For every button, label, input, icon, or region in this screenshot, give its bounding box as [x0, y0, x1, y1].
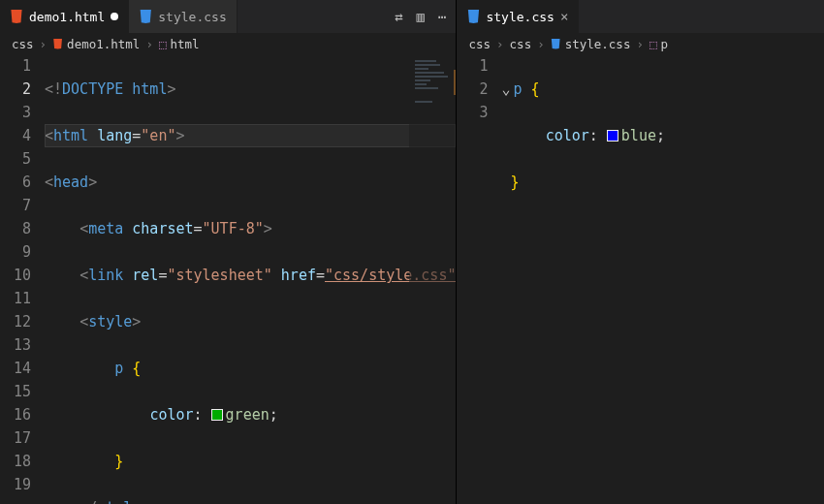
breadcrumb-item: ⬚p: [650, 37, 668, 51]
breadcrumb-item: css: [468, 37, 491, 51]
editor-toolbar: ⇄ ▥ ⋯: [395, 9, 456, 24]
breadcrumb-right[interactable]: css › css › style.css › ⬚p: [457, 33, 824, 54]
chevron-right-icon: ›: [636, 37, 644, 51]
tab-style-css[interactable]: style.css: [129, 0, 237, 33]
close-icon[interactable]: ×: [560, 9, 568, 24]
tab-demo1-html[interactable]: demo1.html: [0, 0, 129, 33]
code-editor-left[interactable]: 1 2 3 4 5 6 7 8 9 10 11 12 13 14 15 16 1…: [0, 54, 456, 504]
css-icon: [139, 10, 152, 23]
code-line: color: green;: [45, 403, 456, 426]
breadcrumb-left[interactable]: css › demo1.html › ⬚html: [0, 33, 456, 54]
breadcrumb-item: demo1.html: [52, 37, 140, 51]
code-line: <head>: [45, 171, 456, 194]
code-body[interactable]: <!DOCTYPE html> <html lang="en"> <head> …: [45, 54, 456, 504]
tab-label: style.css: [486, 10, 554, 24]
dirty-dot-icon: [111, 13, 118, 20]
color-swatch-icon[interactable]: [211, 409, 223, 421]
more-icon[interactable]: ⋯: [438, 9, 446, 24]
css-icon: [466, 10, 480, 23]
chevron-right-icon: ›: [40, 37, 48, 51]
chevron-right-icon: ›: [145, 37, 153, 51]
code-line: <style>: [45, 310, 456, 333]
code-line: <!DOCTYPE html>: [45, 78, 456, 101]
code-line: <link rel="stylesheet" href="css/style.c…: [45, 264, 456, 287]
tab-style-css-right[interactable]: style.css ×: [457, 0, 579, 33]
breadcrumb-item: ⬚html: [159, 37, 200, 51]
symbol-icon: ⬚: [650, 37, 657, 51]
code-line: }: [45, 450, 456, 473]
compare-icon[interactable]: ⇄: [395, 9, 402, 24]
code-line: color: blue;: [501, 124, 824, 147]
code-line: <meta charset="UTF-8">: [45, 217, 456, 240]
code-line: </style>: [45, 496, 456, 504]
code-line: }: [501, 171, 824, 194]
code-line: <html lang="en">: [45, 124, 456, 147]
editor-pane-right: style.css × css › css › style.css › ⬚p 1…: [457, 0, 824, 504]
html-icon: [52, 39, 63, 49]
gutter: 1 2 3 4 5 6 7 8 9 10 11 12 13 14 15 16 1…: [0, 54, 45, 504]
chevron-right-icon: ›: [496, 37, 504, 51]
code-line: p {: [45, 357, 456, 380]
symbol-icon: ⬚: [159, 37, 167, 51]
tab-label: style.css: [158, 10, 226, 24]
color-swatch-icon[interactable]: [607, 130, 618, 142]
code-editor-right[interactable]: 1 2 3 ⌄p { color: blue; }: [457, 54, 824, 504]
breadcrumb-item: css: [12, 37, 34, 51]
breadcrumb-item: css: [510, 37, 532, 51]
chevron-down-icon[interactable]: ⌄: [501, 78, 513, 101]
gutter: 1 2 3: [457, 54, 501, 504]
code-line: ⌄p {: [501, 78, 824, 101]
tab-bar-right: style.css ×: [457, 0, 824, 33]
chevron-right-icon: ›: [537, 37, 545, 51]
tab-label: demo1.html: [29, 10, 105, 24]
editor-pane-left: demo1.html style.css ⇄ ▥ ⋯ css › demo1.h…: [0, 0, 457, 504]
css-icon: [551, 39, 561, 49]
html-icon: [10, 10, 23, 23]
breadcrumb-item: style.css: [551, 37, 631, 51]
tab-bar-left: demo1.html style.css ⇄ ▥ ⋯: [0, 0, 456, 33]
minimap[interactable]: [409, 54, 456, 504]
split-editor-icon[interactable]: ▥: [417, 9, 425, 24]
code-body[interactable]: ⌄p { color: blue; }: [501, 54, 824, 504]
